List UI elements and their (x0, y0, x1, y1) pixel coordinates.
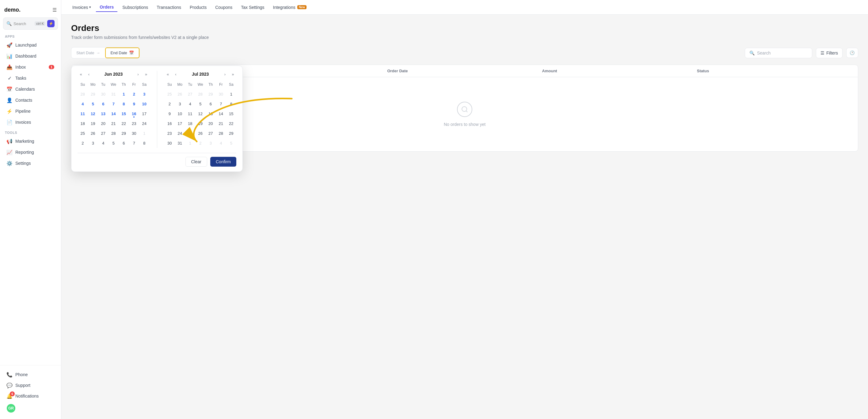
cal-day-jun13[interactable]: 13 (99, 109, 108, 118)
cal-day-jun8[interactable]: 8 (119, 99, 128, 108)
sidebar-item-settings[interactable]: ⚙️ Settings (2, 158, 59, 168)
cal-day-jun18[interactable]: 18 (78, 119, 87, 128)
cal-day-jun26[interactable]: 26 (88, 129, 97, 138)
cal-day-jun12[interactable]: 12 (88, 109, 97, 118)
cal-next-next-btn-right[interactable]: » (229, 71, 236, 77)
cal-day-jun19[interactable]: 19 (88, 119, 97, 128)
sidebar-item-reporting[interactable]: 📈 Reporting (2, 147, 59, 157)
lightning-icon[interactable]: ⚡ (47, 20, 55, 27)
end-date-input[interactable]: End Date 📅 (105, 47, 140, 58)
topnav-item-tax-settings[interactable]: Tax Settings (237, 3, 268, 12)
cal-day-jul17[interactable]: 17 (175, 119, 185, 128)
cal-day-jul9[interactable]: 9 (165, 109, 174, 118)
cal-day-jul15[interactable]: 15 (226, 109, 236, 118)
cal-prev-btn[interactable]: ‹ (86, 71, 92, 77)
cal-day-jul28[interactable]: 28 (216, 129, 225, 138)
cal-day-jul27[interactable]: 27 (206, 129, 215, 138)
cal-day-jul4[interactable]: 4 (185, 99, 195, 108)
cal-day[interactable]: 29 (206, 90, 215, 99)
cal-day[interactable]: 31 (109, 90, 118, 99)
cal-prev-btn-right[interactable]: ‹ (173, 71, 179, 77)
cal-day-jul31[interactable]: 31 (175, 138, 185, 148)
cal-day-jun1[interactable]: 1 (119, 90, 128, 99)
cal-day-jun27[interactable]: 27 (99, 129, 108, 138)
cal-day-jun9[interactable]: 9 (129, 99, 138, 108)
cal-day-jul18[interactable]: 18 (185, 119, 195, 128)
cal-day-jul8[interactable]: 8 (226, 99, 236, 108)
cal-day-jul1[interactable]: 1 (226, 90, 236, 99)
clear-button[interactable]: Clear (185, 157, 207, 167)
cal-day[interactable]: 28 (196, 90, 205, 99)
date-range-picker[interactable]: Start Date → End Date 📅 (71, 47, 140, 59)
topnav-item-invoices[interactable]: Invoices ▾ (69, 3, 95, 12)
sidebar-item-profile[interactable]: GR (2, 401, 59, 415)
cal-day-jun14[interactable]: 14 (109, 109, 118, 118)
cal-day-jun-extra3[interactable]: 3 (88, 138, 97, 148)
topnav-item-transactions[interactable]: Transactions (153, 3, 185, 12)
cal-day-jul26[interactable]: 26 (196, 129, 205, 138)
cal-day-jun5[interactable]: 5 (88, 99, 97, 108)
cal-day-jul11[interactable]: 11 (185, 109, 195, 118)
topnav-item-integrations[interactable]: Integrations New (270, 3, 310, 12)
sidebar-search[interactable]: 🔍 Search ctrl K ⚡ (3, 18, 58, 30)
cal-day-jun30[interactable]: 30 (129, 129, 138, 138)
cal-day[interactable]: 25 (165, 90, 174, 99)
cal-day-jul10[interactable]: 10 (175, 109, 185, 118)
cal-day-jun20[interactable]: 20 (99, 119, 108, 128)
sidebar-item-tasks[interactable]: ✓ Tasks (2, 73, 59, 83)
cal-day-jul12[interactable]: 12 (196, 109, 205, 118)
cal-day-jun22[interactable]: 22 (119, 119, 128, 128)
cal-day[interactable]: 30 (99, 90, 108, 99)
start-date-input[interactable]: Start Date → (71, 48, 105, 58)
cal-day-jul7[interactable]: 7 (216, 99, 225, 108)
cal-day-jul22[interactable]: 22 (226, 119, 236, 128)
cal-day-jun-extra8[interactable]: 8 (140, 138, 149, 148)
cal-day-jun3[interactable]: 3 (140, 90, 149, 99)
cal-day[interactable]: 2 (196, 138, 205, 148)
cal-day-jul2[interactable]: 2 (165, 99, 174, 108)
cal-day-jun-extra6[interactable]: 6 (119, 138, 128, 148)
cal-prev-prev-btn[interactable]: « (78, 71, 84, 77)
cal-day-jun-extra7[interactable]: 7 (129, 138, 138, 148)
sidebar-item-launchpad[interactable]: 🚀 Launchpad (2, 40, 59, 50)
sidebar-item-calendars[interactable]: 📅 Calendars (2, 84, 59, 94)
sidebar-item-support[interactable]: 💬 Support (2, 380, 59, 390)
cal-day-jun15[interactable]: 15 (119, 109, 128, 118)
cal-day-jul5[interactable]: 5 (196, 99, 205, 108)
topnav-item-subscriptions[interactable]: Subscriptions (119, 3, 152, 12)
cal-day-jun21[interactable]: 21 (109, 119, 118, 128)
sidebar-item-contacts[interactable]: 👤 Contacts (2, 95, 59, 105)
cal-day-jul21[interactable]: 21 (216, 119, 225, 128)
confirm-button[interactable]: Confirm (210, 157, 236, 167)
cal-day[interactable]: 28 (78, 90, 87, 99)
cal-day[interactable]: 27 (185, 90, 195, 99)
cal-day-jul29[interactable]: 29 (226, 129, 236, 138)
cal-day-jul16[interactable]: 16 (165, 119, 174, 128)
cal-day-jul13[interactable]: 13 (206, 109, 215, 118)
cal-day-jun7[interactable]: 7 (109, 99, 118, 108)
cal-day-jun-extra2[interactable]: 2 (78, 138, 87, 148)
cal-day-jun25[interactable]: 25 (78, 129, 87, 138)
cal-day-jul3[interactable]: 3 (175, 99, 185, 108)
cal-day[interactable]: 29 (88, 90, 97, 99)
history-button[interactable]: 🕐 (846, 48, 858, 58)
hamburger-icon[interactable]: ☰ (53, 7, 57, 13)
cal-next-btn-right[interactable]: › (222, 71, 228, 77)
cal-day[interactable]: 3 (206, 138, 215, 148)
cal-day-jul23[interactable]: 23 (165, 129, 174, 138)
sidebar-item-phone[interactable]: 📞 Phone (2, 369, 59, 380)
cal-day[interactable]: 4 (216, 138, 225, 148)
cal-day-jun2[interactable]: 2 (129, 90, 138, 99)
cal-next-next-btn-left[interactable]: » (143, 71, 150, 77)
cal-day-jun-extra4[interactable]: 4 (99, 138, 108, 148)
cal-day-jun29[interactable]: 29 (119, 129, 128, 138)
sidebar-item-inbox[interactable]: 📥 Inbox 1 (2, 62, 59, 72)
cal-day-jul14[interactable]: 14 (216, 109, 225, 118)
sidebar-item-pipeline[interactable]: ⚡ Pipeline (2, 106, 59, 117)
cal-day-jun23[interactable]: 23 (129, 119, 138, 128)
topnav-item-products[interactable]: Products (186, 3, 210, 12)
cal-day[interactable]: 1 (185, 138, 195, 148)
cal-day-jun28[interactable]: 28 (109, 129, 118, 138)
cal-prev-prev-btn-right[interactable]: « (164, 71, 171, 77)
cal-day-jun4[interactable]: 4 (78, 99, 87, 108)
